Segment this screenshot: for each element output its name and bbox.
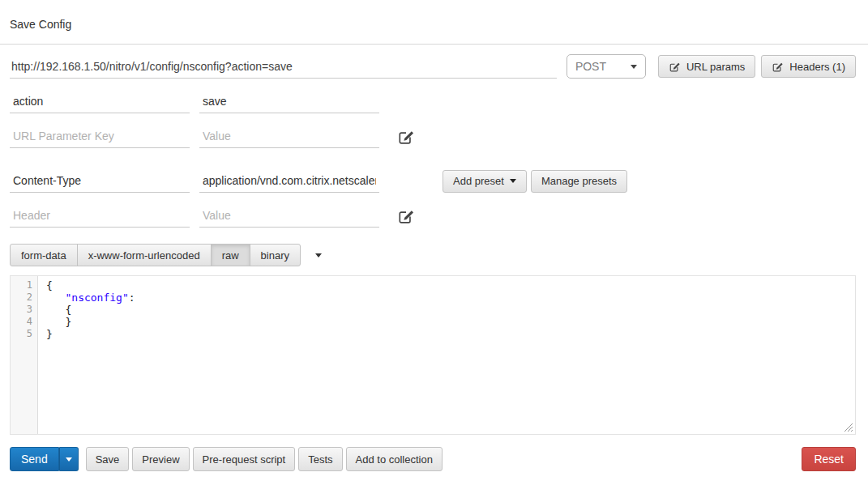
add-preset-button[interactable]: Add preset: [443, 170, 527, 193]
tab-form-data[interactable]: form-data: [10, 244, 78, 266]
url-param-row-empty: [10, 125, 856, 148]
edit-icon: [772, 61, 784, 73]
param-value-input[interactable]: [199, 90, 379, 113]
reset-button[interactable]: Reset: [802, 447, 856, 471]
chevron-down-icon: [510, 179, 516, 183]
url-params-button-label: URL params: [686, 61, 745, 73]
preview-button[interactable]: Preview: [132, 447, 189, 471]
reset-button-label: Reset: [814, 453, 844, 466]
chevron-down-icon: [66, 457, 72, 462]
url-params-button[interactable]: URL params: [658, 55, 755, 78]
line-number: 2: [11, 291, 32, 304]
bulk-edit-params-icon[interactable]: [397, 128, 415, 146]
add-to-collection-button[interactable]: Add to collection: [346, 447, 443, 471]
preview-button-label: Preview: [142, 453, 179, 466]
add-to-collection-button-label: Add to collection: [356, 453, 433, 466]
tab-label: binary: [261, 249, 289, 262]
header-key-input[interactable]: [10, 169, 190, 193]
send-button-label: Send: [21, 453, 48, 466]
header-row: Add preset Manage presets: [10, 169, 856, 193]
save-button[interactable]: Save: [86, 447, 130, 471]
url-input[interactable]: [10, 55, 557, 79]
header-key-input[interactable]: [10, 204, 190, 228]
action-bar: Send Save Preview Pre-request script Tes…: [10, 447, 856, 471]
add-preset-button-label: Add preset: [453, 175, 504, 187]
tab-x-www-form-urlencoded[interactable]: x-www-form-urlencoded: [77, 244, 212, 266]
code-line: {: [46, 279, 855, 291]
tab-raw[interactable]: raw: [211, 244, 250, 266]
chevron-down-icon: [631, 65, 637, 69]
method-select[interactable]: POST: [567, 54, 646, 79]
send-split-button: Send: [10, 447, 79, 471]
url-row: POST URL params Headers (1): [10, 54, 856, 79]
save-button-label: Save: [96, 453, 120, 466]
tab-label: raw: [222, 249, 239, 262]
tab-label: x-www-form-urlencoded: [88, 249, 200, 262]
param-key-input[interactable]: [10, 125, 190, 148]
page-title: Save Config: [0, 0, 868, 45]
tests-button[interactable]: Tests: [298, 447, 342, 471]
url-params-section: [10, 90, 856, 148]
resize-grip-icon: [844, 423, 853, 432]
header-value-input[interactable]: [199, 204, 379, 228]
code-line: "nsconfig":: [46, 291, 855, 304]
headers-button-label: Headers (1): [789, 61, 845, 73]
body-type-menu-caret-icon[interactable]: [315, 253, 322, 257]
code-line: }: [46, 316, 855, 328]
code-line: }: [46, 328, 855, 340]
param-value-input[interactable]: [199, 125, 379, 148]
line-number: 5: [11, 328, 32, 340]
prerequest-script-button-label: Pre-request script: [203, 453, 286, 466]
tab-label: form-data: [21, 249, 66, 262]
param-key-input[interactable]: [10, 90, 190, 113]
tab-binary[interactable]: binary: [250, 244, 301, 266]
headers-button[interactable]: Headers (1): [761, 55, 856, 78]
send-dropdown-button[interactable]: [59, 447, 79, 471]
body-type-tab-group: form-data x-www-form-urlencoded raw bina…: [10, 244, 301, 266]
prerequest-script-button[interactable]: Pre-request script: [193, 447, 296, 471]
line-number: 4: [11, 316, 32, 328]
tests-button-label: Tests: [308, 453, 332, 466]
manage-presets-button[interactable]: Manage presets: [531, 170, 627, 193]
line-number: 3: [11, 304, 32, 316]
header-row-empty: [10, 204, 856, 228]
request-builder-content: POST URL params Headers (1): [0, 54, 868, 471]
bulk-edit-headers-icon[interactable]: [397, 207, 415, 225]
line-number: 1: [11, 279, 32, 291]
manage-presets-button-label: Manage presets: [541, 175, 617, 187]
method-select-value: POST: [575, 60, 631, 73]
line-number-gutter: 1 2 3 4 5: [11, 276, 38, 434]
preset-buttons: Add preset Manage presets: [443, 170, 627, 193]
header-value-input[interactable]: [199, 169, 379, 193]
url-param-row: [10, 90, 856, 113]
raw-body-code-editor[interactable]: 1 2 3 4 5 { "nsconfig": { } }: [10, 275, 856, 435]
body-type-tabs: form-data x-www-form-urlencoded raw bina…: [10, 244, 856, 266]
request-builder-page: Save Config POST URL params Headers (1): [0, 0, 868, 485]
code-area: { "nsconfig": { } }: [39, 276, 855, 340]
edit-icon: [669, 61, 681, 73]
headers-section: Add preset Manage presets: [10, 169, 856, 228]
editor-resize-handle[interactable]: [844, 423, 853, 432]
code-line: {: [46, 304, 855, 316]
send-button[interactable]: Send: [10, 447, 59, 471]
